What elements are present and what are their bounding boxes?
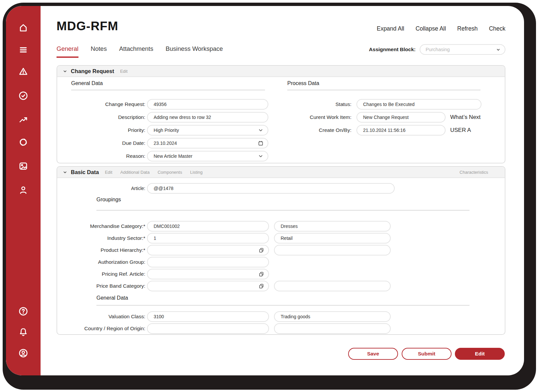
section-title: Change Request [71, 68, 114, 74]
basic-data-panel: Basic Data Edit Additional Data Componen… [57, 166, 505, 335]
refresh-button[interactable]: Refresh [457, 25, 477, 32]
field-label: Pricing Ref. Article: [61, 269, 145, 279]
field-label: Due Date: [61, 138, 145, 148]
components-link[interactable]: Components [158, 170, 182, 175]
bell-icon[interactable] [18, 327, 29, 338]
edit-link[interactable]: Edit [105, 170, 112, 175]
trending-up-icon[interactable] [18, 114, 29, 125]
field-label: Reason: [61, 151, 145, 161]
home-icon[interactable] [18, 22, 29, 33]
assignment-block-select[interactable]: Purchasing [420, 44, 505, 55]
article-input[interactable]: @@1478 [147, 183, 395, 194]
collapse-section-icon[interactable] [63, 170, 67, 175]
header-actions: Expand All Collapse All Refresh Check [377, 25, 505, 32]
priority-select[interactable]: High Priority [147, 125, 268, 136]
valuation-class-input[interactable]: 3100 [147, 311, 269, 322]
whats-next-link[interactable]: What’s Next [450, 112, 480, 123]
basic-data-header: Basic Data Edit Additional Data Componen… [57, 167, 505, 178]
create-on-by-input[interactable]: 21.10.2024 11:56:16 [356, 125, 446, 136]
group-title-general-data: General Data [96, 295, 128, 301]
copy-icon[interactable] [258, 283, 264, 289]
help-icon[interactable] [18, 306, 29, 317]
created-by-user: USER A [450, 125, 471, 136]
copy-icon[interactable] [258, 271, 264, 277]
account-icon[interactable] [18, 348, 29, 358]
edit-button[interactable]: Edit [455, 348, 505, 360]
column-title-general-data: General Data [71, 80, 103, 86]
divider [96, 210, 470, 211]
description-input[interactable]: Adding new dress to row 32 [147, 112, 268, 123]
window-frame: MDG-RFM Expand All Collapse All Refresh … [3, 3, 536, 390]
field-label: Product Hierarchy:* [61, 245, 145, 255]
divider [96, 305, 470, 306]
sidebar [6, 6, 41, 375]
price-band-category-input[interactable] [147, 281, 269, 291]
country-region-of-origin-desc-input[interactable] [274, 323, 391, 334]
workflow-hub-icon[interactable] [18, 137, 29, 147]
change-request-panel: Change Request Edit General Data Process… [57, 65, 505, 163]
section-title: Basic Data [71, 169, 99, 175]
collapse-section-icon[interactable] [63, 69, 67, 74]
country-region-of-origin-input[interactable] [147, 323, 269, 334]
field-label: Valuation Class: [61, 311, 145, 322]
image-icon[interactable] [18, 161, 29, 171]
field-label: Description: [61, 112, 145, 123]
collapse-all-button[interactable]: Collapse All [416, 25, 446, 32]
listing-link[interactable]: Listing [190, 170, 203, 175]
current-work-item-input[interactable]: New Change Request [356, 112, 446, 123]
column-title-process-data: Process Data [287, 80, 319, 86]
pricing-ref-article-input[interactable] [147, 269, 269, 279]
page-title: MDG-RFM [57, 19, 118, 33]
assignment-block: Assignment Block: Purchasing [369, 44, 505, 55]
field-label: Merchandise Category:* [61, 221, 145, 232]
due-date-input[interactable]: 23.10.2024 [147, 138, 268, 148]
divider [287, 90, 480, 90]
field-label: Curent Work Item: [267, 112, 351, 123]
user-icon[interactable] [18, 185, 29, 195]
reason-select[interactable]: New Article Master [147, 151, 268, 161]
assignment-block-label: Assignment Block: [369, 47, 416, 52]
app-window: MDG-RFM Expand All Collapse All Refresh … [6, 6, 524, 375]
edit-link[interactable]: Edit [120, 69, 127, 74]
authorization-group-input[interactable] [147, 257, 269, 267]
status-input[interactable]: Changes to Be Executed [356, 99, 481, 110]
chevron-down-icon [258, 153, 264, 159]
group-title-groupings: Groupings [96, 197, 121, 203]
industry-sector-input[interactable]: 1 [147, 233, 269, 244]
change-request-header: Change Request Edit [57, 66, 505, 77]
additional-data-link[interactable]: Additional Data [120, 170, 150, 175]
tab-general[interactable]: General [57, 45, 78, 58]
alert-triangle-icon[interactable] [18, 66, 29, 77]
menu-icon[interactable] [18, 45, 29, 55]
field-label: Industry Sector:* [61, 233, 145, 244]
expand-all-button[interactable]: Expand All [377, 25, 404, 32]
tab-attachments[interactable]: Attachments [119, 45, 153, 58]
assignment-block-value: Purchasing [426, 47, 496, 52]
field-label: Status: [267, 99, 351, 110]
industry-sector-desc-input[interactable]: Retail [274, 233, 391, 244]
product-hierarchy-input[interactable] [147, 245, 269, 255]
tab-bar: General Notes Attachments Business Works… [57, 45, 223, 58]
price-band-category-desc-input[interactable] [274, 281, 391, 291]
check-circle-icon[interactable] [18, 90, 29, 101]
field-label: Priority: [61, 125, 145, 136]
merchandise-category-input[interactable]: DMC001002 [147, 221, 269, 232]
copy-icon[interactable] [258, 247, 264, 253]
merchandise-category-desc-input[interactable]: Dresses [274, 221, 391, 232]
submit-button[interactable]: Submit [402, 348, 452, 360]
field-label: Country / Region of Origin: [61, 323, 145, 334]
field-label: Create On/By: [267, 125, 351, 136]
save-button[interactable]: Save [348, 348, 398, 360]
tab-business-workspace[interactable]: Business Workspace [166, 45, 223, 58]
tab-notes[interactable]: Notes [91, 45, 107, 58]
calendar-icon [258, 140, 264, 146]
field-label: Authorization Group: [61, 257, 145, 267]
field-label: Price Band Category: [61, 281, 145, 291]
check-button[interactable]: Check [489, 25, 505, 32]
chevron-down-icon [496, 47, 501, 52]
characteristics-link[interactable]: Characteristics [460, 170, 488, 175]
field-label: Change Request: [61, 99, 145, 110]
valuation-class-desc-input[interactable]: Trading goods [274, 311, 391, 322]
product-hierarchy-desc-input[interactable] [274, 245, 391, 255]
change-request-input[interactable]: 49356 [147, 99, 268, 110]
